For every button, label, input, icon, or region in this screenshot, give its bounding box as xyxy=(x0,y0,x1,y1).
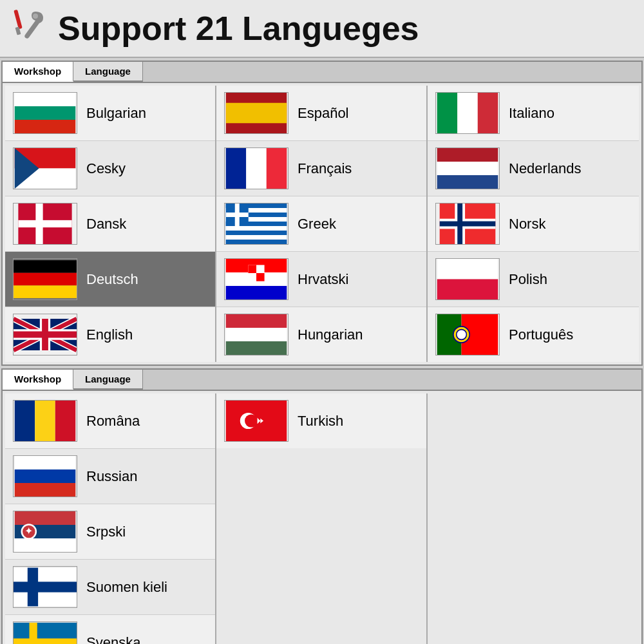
bottom-tab-bar: Workshop Language xyxy=(3,370,641,391)
svg-rect-45 xyxy=(478,93,498,133)
lang-item-greek[interactable]: Greek xyxy=(216,196,426,252)
svg-rect-30 xyxy=(226,240,287,244)
lang-name-dansk: Dansk xyxy=(86,216,126,232)
flag-srpski: ✦ xyxy=(13,511,77,553)
svg-rect-65 xyxy=(15,483,76,497)
flag-nederlands xyxy=(435,147,500,189)
lang-name-portugues: Português xyxy=(509,327,573,343)
lang-item-espanol[interactable]: Español xyxy=(216,86,426,141)
tab-language-top[interactable]: Language xyxy=(73,62,143,82)
svg-rect-3 xyxy=(15,93,76,106)
lang-item-polish[interactable]: Polish xyxy=(428,252,639,307)
flag-portugues xyxy=(435,314,500,355)
flag-dansk xyxy=(13,203,77,245)
svg-rect-19 xyxy=(246,148,267,189)
lang-item-italiano[interactable]: Italiano xyxy=(428,86,639,141)
svg-rect-41 xyxy=(226,328,287,341)
lang-item-srpski[interactable]: ✦ Srpski xyxy=(5,504,215,560)
flag-hungarian xyxy=(224,314,289,355)
svg-rect-0 xyxy=(14,10,23,30)
svg-rect-64 xyxy=(15,469,76,483)
lang-item-bulgarian[interactable]: Bulgarian xyxy=(5,86,215,141)
svg-rect-17 xyxy=(226,103,287,124)
flag-suomi xyxy=(13,566,77,608)
flag-greek xyxy=(224,203,289,245)
bottom-col-2: Turkish xyxy=(216,393,428,644)
flag-english xyxy=(13,314,77,355)
lang-item-norsk[interactable]: Norsk xyxy=(428,196,639,252)
lang-name-bulgarian: Bulgarian xyxy=(86,105,146,122)
lang-item-hungarian[interactable]: Hungarian xyxy=(216,307,426,362)
lang-item-cesky[interactable]: Cesky xyxy=(5,141,215,196)
tab-workshop-bottom[interactable]: Workshop xyxy=(3,370,73,390)
svg-point-79 xyxy=(245,414,258,427)
top-tab-content: Bulgarian Cesky Dansk Deutsch xyxy=(3,83,641,365)
svg-rect-40 xyxy=(226,314,287,328)
svg-rect-42 xyxy=(226,341,287,355)
lang-name-romana: Româna xyxy=(86,413,140,430)
flag-bulgarian xyxy=(13,92,77,134)
top-panel: Workshop Language Bulgarian Cesky Dansk xyxy=(1,61,643,366)
lang-name-russian: Russian xyxy=(86,468,137,485)
lang-name-hungarian: Hungarian xyxy=(298,327,363,343)
flag-polish xyxy=(435,258,500,300)
lang-item-svenska[interactable]: Svenska xyxy=(5,615,215,644)
tab-workshop-top[interactable]: Workshop xyxy=(3,62,73,82)
lang-name-norsk: Norsk xyxy=(509,216,545,232)
lang-name-italiano: Italiano xyxy=(509,105,554,122)
bottom-col-1: Româna Russian ✦ Srpski Suomen kieli xyxy=(5,393,216,644)
svg-rect-12 xyxy=(14,260,77,273)
svg-rect-60 xyxy=(15,401,35,441)
lang-item-english[interactable]: English xyxy=(5,307,215,362)
svg-rect-36 xyxy=(226,286,287,299)
flag-russian xyxy=(13,455,77,497)
svg-rect-14 xyxy=(14,285,77,298)
lang-item-portugues[interactable]: Português xyxy=(428,307,639,362)
svg-rect-28 xyxy=(226,231,287,235)
svg-rect-4 xyxy=(15,106,76,120)
lang-item-francais[interactable]: Français xyxy=(216,141,426,196)
lang-name-cesky: Cesky xyxy=(86,160,126,177)
lang-item-suomi[interactable]: Suomen kieli xyxy=(5,560,215,615)
lang-item-romana[interactable]: Româna xyxy=(5,393,215,449)
top-col-2: Español Français Greek xyxy=(216,86,428,362)
svg-rect-27 xyxy=(226,226,287,231)
svg-rect-20 xyxy=(267,148,287,189)
lang-item-nederlands[interactable]: Nederlands xyxy=(428,141,639,196)
flag-norsk xyxy=(435,203,500,245)
svg-rect-29 xyxy=(226,235,287,240)
top-tab-bar: Workshop Language xyxy=(3,62,641,83)
lang-item-russian[interactable]: Russian xyxy=(5,449,215,504)
header-icon xyxy=(10,6,48,50)
svg-rect-68 xyxy=(15,538,76,552)
flag-hrvatski xyxy=(224,258,289,300)
svg-rect-5 xyxy=(15,120,76,133)
top-col-3: Italiano Nederlands Norsk Polish xyxy=(428,86,639,362)
flag-cesky xyxy=(13,147,77,189)
lang-name-nederlands: Nederlands xyxy=(509,160,582,177)
lang-item-turkish[interactable]: Turkish xyxy=(216,393,426,448)
lang-item-deutsch[interactable]: Deutsch xyxy=(5,252,215,307)
svg-rect-61 xyxy=(35,401,55,441)
svg-rect-46 xyxy=(437,148,498,162)
lang-name-srpski: Srpski xyxy=(86,524,126,540)
flag-svenska xyxy=(13,621,77,644)
lang-name-svenska: Svenska xyxy=(86,634,140,645)
flag-francais xyxy=(224,147,289,189)
svg-rect-53 xyxy=(440,222,496,227)
svg-rect-38 xyxy=(248,265,256,273)
bottom-tab-content: Româna Russian ✦ Srpski Suomen kieli xyxy=(3,391,641,644)
lang-name-hrvatski: Hrvatski xyxy=(298,271,348,288)
svg-rect-18 xyxy=(226,148,247,189)
lang-name-espanol: Español xyxy=(298,105,349,122)
tab-language-bottom[interactable]: Language xyxy=(73,370,143,390)
lang-item-hrvatski[interactable]: Hrvatski xyxy=(216,252,426,307)
svg-point-2 xyxy=(33,14,38,19)
flag-turkish xyxy=(224,400,289,442)
bottom-col-3 xyxy=(428,393,639,644)
svg-rect-13 xyxy=(14,273,77,286)
bottom-panel: Workshop Language Româna Russian ✦ Srp xyxy=(1,368,643,644)
svg-rect-73 xyxy=(14,582,77,592)
lang-item-dansk[interactable]: Dansk xyxy=(5,196,215,252)
header-title: Support 21 Langueges xyxy=(58,9,419,48)
